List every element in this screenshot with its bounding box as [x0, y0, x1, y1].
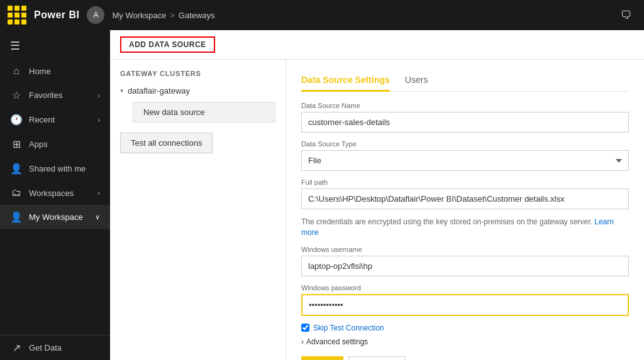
home-icon: ⌂ — [10, 65, 23, 77]
chat-icon[interactable]: 🗨 — [616, 5, 636, 25]
chevron-down-icon: ∨ — [95, 213, 100, 221]
breadcrumb-gateways[interactable]: Gateways — [179, 11, 215, 20]
sidebar-label-apps: Apps — [29, 139, 48, 149]
add-data-source-button[interactable]: ADD DATA SOURCE — [120, 36, 215, 53]
ds-type-label: Data Source Type — [301, 140, 629, 148]
full-path-input[interactable] — [301, 188, 629, 209]
left-panel: GATEWAY CLUSTERS ▾ dataflair-gateway New… — [110, 60, 286, 360]
tabs: Data Source Settings Users — [301, 70, 629, 92]
sidebar-label-my-workspace: My Workspace — [29, 212, 83, 222]
sidebar-item-recent[interactable]: 🕐 Recent › — [0, 107, 110, 132]
ds-type-select[interactable]: File SQL Server Oracle SharePoint — [301, 150, 629, 171]
topbar-actions: 🗨 — [616, 5, 636, 25]
chevron-right-icon: › — [97, 116, 100, 124]
ds-name-label: Data Source Name — [301, 102, 629, 109]
sidebar-item-shared[interactable]: 👤 Shared with me — [0, 156, 110, 181]
skip-test-connection[interactable]: Skip Test Connection — [301, 324, 629, 332]
sidebar-item-home[interactable]: ⌂ Home — [0, 59, 110, 83]
favorites-icon: ☆ — [10, 89, 23, 101]
sidebar-item-get-data[interactable]: ↗ Get Data — [0, 335, 110, 360]
ds-name-input[interactable] — [301, 112, 629, 133]
sidebar-item-favorites[interactable]: ☆ Favorites › — [0, 83, 110, 107]
sidebar-label-favorites: Favorites — [29, 90, 62, 100]
win-user-input[interactable] — [301, 256, 629, 276]
chevron-right-icon: › — [97, 189, 100, 197]
app-grid-icon[interactable] — [8, 6, 26, 25]
sidebar-label-workspaces: Workspaces — [29, 188, 74, 198]
test-all-connections-button[interactable]: Test all connections — [120, 133, 213, 153]
win-pass-input[interactable] — [301, 294, 629, 316]
chevron-down-icon: ▾ — [120, 87, 124, 95]
full-path-label: Full path — [301, 178, 629, 186]
content-area: ADD DATA SOURCE GATEWAY CLUSTERS ▾ dataf… — [110, 30, 644, 360]
breadcrumb: My Workspace > Gateways — [112, 11, 214, 20]
recent-icon: 🕐 — [10, 114, 23, 126]
action-buttons: Add Discard — [301, 356, 629, 360]
skip-test-checkbox[interactable] — [301, 324, 309, 332]
right-panel: Data Source Settings Users Data Source N… — [286, 60, 644, 360]
chevron-right-icon: › — [97, 92, 100, 99]
app-logo: Power BI — [34, 9, 79, 21]
shared-icon: 👤 — [10, 163, 23, 175]
gateway-name: dataflair-gateway — [128, 86, 190, 95]
sidebar-label-get-data: Get Data — [29, 343, 62, 352]
advanced-settings-label: Advanced settings — [306, 337, 368, 346]
ds-type-group: Data Source Type File SQL Server Oracle … — [301, 140, 629, 171]
win-pass-label: Windows password — [301, 284, 629, 292]
win-pass-group: Windows password — [301, 284, 629, 316]
apps-icon: ⊞ — [10, 138, 23, 150]
win-user-label: Windows username — [301, 246, 629, 253]
win-user-group: Windows username — [301, 246, 629, 276]
sidebar-item-workspaces[interactable]: 🗂 Workspaces › — [0, 181, 110, 205]
gateway-clusters-label: GATEWAY CLUSTERS — [120, 70, 275, 77]
add-button[interactable]: Add — [301, 356, 343, 360]
topbar: Power BI A My Workspace > Gateways 🗨 — [0, 0, 644, 30]
sidebar-label-home: Home — [29, 67, 51, 76]
add-source-bar: ADD DATA SOURCE — [110, 30, 644, 60]
credentials-note: The credentials are encrypted using the … — [301, 217, 629, 238]
discard-button[interactable]: Discard — [348, 356, 404, 360]
workspaces-icon: 🗂 — [10, 187, 23, 199]
get-data-icon: ↗ — [10, 342, 23, 354]
my-workspace-icon: 👤 — [10, 211, 23, 223]
breadcrumb-sep: > — [170, 11, 175, 20]
tab-users[interactable]: Users — [405, 70, 428, 92]
sidebar-label-shared: Shared with me — [29, 164, 86, 173]
full-path-group: Full path — [301, 178, 629, 209]
ds-name-group: Data Source Name — [301, 102, 629, 133]
gateway-item[interactable]: ▾ dataflair-gateway — [120, 84, 275, 98]
chevron-right-icon: › — [301, 337, 304, 346]
breadcrumb-workspace[interactable]: My Workspace — [112, 11, 166, 20]
new-data-source-item[interactable]: New data source — [133, 102, 275, 123]
main-layout: ☰ ⌂ Home ☆ Favorites › 🕐 Recent › ⊞ Apps… — [0, 30, 644, 360]
sidebar-label-recent: Recent — [29, 115, 55, 124]
sidebar-item-my-workspace[interactable]: 👤 My Workspace ∨ — [0, 205, 110, 229]
tab-data-source-settings[interactable]: Data Source Settings — [301, 70, 390, 92]
sidebar-bottom: ↗ Get Data — [0, 335, 110, 360]
split-layout: GATEWAY CLUSTERS ▾ dataflair-gateway New… — [110, 60, 644, 360]
sidebar: ☰ ⌂ Home ☆ Favorites › 🕐 Recent › ⊞ Apps… — [0, 30, 110, 360]
skip-test-label: Skip Test Connection — [313, 324, 384, 332]
advanced-settings[interactable]: › Advanced settings — [301, 337, 629, 346]
sidebar-item-apps[interactable]: ⊞ Apps — [0, 132, 110, 156]
hamburger-menu[interactable]: ☰ — [0, 33, 110, 59]
avatar[interactable]: A — [87, 6, 104, 24]
